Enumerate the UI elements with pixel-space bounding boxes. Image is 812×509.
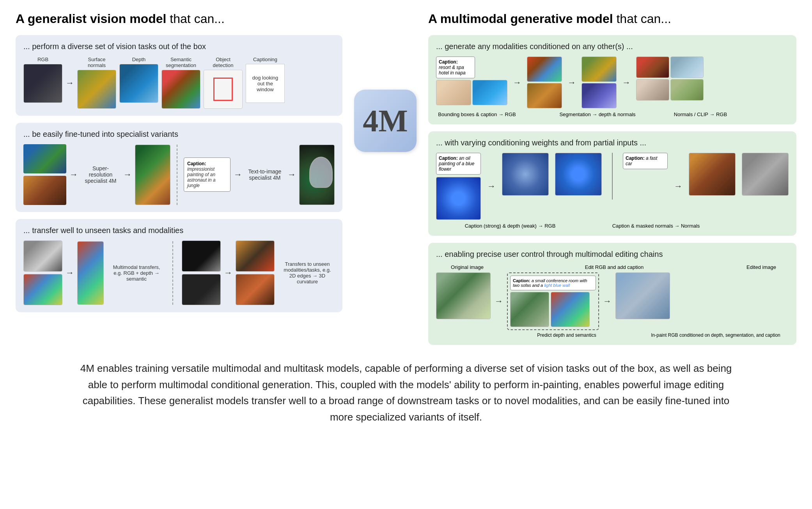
panel1-subtitle: ... perform a diverse set of vision task… [23, 42, 335, 51]
hotel-caption-label: Caption: [439, 59, 472, 65]
rgb-out-2 [670, 57, 704, 78]
arrow-r1-2: → [567, 78, 576, 88]
arrow-tr-1: → [66, 268, 74, 278]
transfer-curvature-pair [236, 240, 275, 305]
dashed-divider-1 [177, 145, 177, 205]
panel-r1-subtitle: ... generate any modalities conditioned … [436, 42, 789, 51]
transfer-edges-pair [182, 240, 221, 305]
mod-label-1: Bounding boxes & caption → RGB [436, 111, 518, 117]
task-semantic-img [161, 70, 200, 109]
cond-label-1: Caption (strong) & depth (weak) → RGB [436, 223, 584, 229]
modalities-row: Caption: resort & spa hotel in napa → [436, 57, 789, 108]
edit-spacer [436, 332, 491, 338]
edit-label-edited: Edited image [734, 264, 789, 270]
edit-dashed-group: Caption: a small conference room with tw… [507, 272, 599, 330]
edit-label-edit: Edit RGB and add caption [498, 264, 731, 270]
transfer-img-bottom [23, 274, 62, 305]
hotel-img-pair [436, 80, 507, 105]
edit-caption-label: Caption: [513, 278, 530, 283]
transfer-label-1: Multimodal transfers, e.g. RGB + depth →… [109, 264, 164, 282]
task-rgb-label: RGB [37, 57, 48, 62]
task-detection-img [204, 70, 243, 109]
cond-caption1-label: Caption: [439, 156, 458, 161]
transfer-input-pair [23, 240, 62, 305]
top-section: A generalist vision model that can... ..… [16, 12, 796, 345]
edit-img-room [510, 292, 549, 327]
edit-bottom-labels: Predict depth and semantics In-paint RGB… [436, 332, 789, 338]
vision-tasks-row: RGB → Surface normals Depth Semantic seg… [23, 57, 335, 109]
seg-output-1 [527, 57, 562, 82]
rgb-out-row1 [636, 57, 704, 78]
panel-transfer: ... transfer well to unseen tasks and mo… [16, 219, 342, 312]
caption-ft-text: impressionist painting of an astronaut i… [187, 166, 227, 188]
bottom-paragraph: 4M enables training versatile multimodal… [55, 353, 757, 433]
arrow-1: → [66, 78, 74, 88]
rgb-out-4 [670, 79, 704, 101]
rgb-out-1 [636, 57, 669, 78]
transfer-edges-top [182, 240, 221, 272]
task-rgb-img [23, 64, 62, 103]
arrow-r1-1: → [513, 78, 521, 88]
task-depth-label: Depth [132, 57, 146, 62]
specialist-t2i: Text-to-image specialist 4M [245, 168, 284, 181]
panel-right-editing: ... enabling precise user control throug… [428, 243, 796, 345]
finetune-img-top [23, 144, 66, 173]
modality-labels-row: Bounding boxes & caption → RGB Segmentat… [436, 111, 789, 117]
hotel-caption-text: resort & spa hotel in napa [439, 65, 472, 76]
cond-rgb-output2 [555, 153, 602, 196]
cond-caption2-group: Caption: a fast car [623, 153, 668, 169]
hotel-img-1 [436, 80, 471, 105]
task-depth: Depth [119, 57, 158, 103]
specialist-sr: Super-resolution specialist 4M [81, 165, 120, 184]
right-title-rest: that can... [613, 12, 671, 26]
input-img-pair [23, 144, 66, 205]
arrow-r2-2: → [674, 181, 683, 191]
dashed-divider-2 [172, 241, 173, 305]
transfer-row: → Multimodal transfers, e.g. RGB + depth… [23, 240, 335, 305]
arrow-ft-3: → [234, 170, 242, 180]
finetune-img-bottom [23, 176, 66, 205]
panel-right-generate: ... generate any modalities conditioned … [428, 35, 796, 124]
panel3-subtitle: ... transfer well to unseen tasks and mo… [23, 226, 335, 235]
arrow-ft-4: → [287, 170, 296, 180]
panel-right-conditioning: ... with varying conditioning weights an… [428, 131, 796, 236]
arrow-tr-2: → [224, 268, 232, 278]
hotel-input-group: Caption: resort & spa hotel in napa [436, 57, 507, 105]
task-detection: Object detection [204, 57, 243, 109]
finetune-row: → Super-resolution specialist 4M → Capti… [23, 144, 335, 205]
rgb-out-group [636, 57, 704, 101]
task-captioning: Captioning dog looking out the window [246, 57, 285, 103]
cond-depth-img [436, 177, 481, 220]
task-detection-label: Object detection [207, 57, 239, 68]
normals-output-pair [582, 57, 617, 108]
right-title: A multimodal generative model that can..… [428, 12, 796, 26]
edit-inpaint-label: In-paint RGB conditioned on depth, segme… [643, 332, 789, 338]
panel-r2-subtitle: ... with varying conditioning weights an… [436, 138, 789, 147]
task-rgb: RGB [23, 57, 62, 103]
arrow-edit-2: → [603, 296, 612, 306]
panel2-subtitle: ... be easily fine-tuned into specialist… [23, 130, 335, 139]
arrow-r1-3: → [622, 78, 631, 88]
edit-result-img [615, 272, 670, 319]
right-title-bold: A multimodal generative model [428, 12, 613, 26]
transfer-curv-bottom [236, 274, 275, 305]
editing-row: → Caption: a small conference room with … [436, 272, 789, 330]
finetune-large-img [135, 145, 170, 205]
cond-car-normals [742, 153, 789, 196]
task-semantic: Semantic segmentation [161, 57, 200, 109]
transfer-edges-bottom [182, 274, 221, 305]
rgb-out-3 [636, 79, 669, 101]
cond-labels-row: Caption (strong) & depth (weak) → RGB Ca… [436, 223, 789, 229]
mod-label-3: Normals / CLIP → RGB [665, 111, 736, 117]
task-captioning-label: Captioning [253, 57, 277, 62]
edit-caption-color: light blue wall [544, 283, 570, 288]
transfer-semantic-img [77, 241, 104, 305]
seg-output-2 [527, 83, 562, 108]
rgb-out-row2 [636, 79, 704, 101]
transfer-label-2: Transfers to unseen modalities/tasks, e.… [280, 261, 335, 285]
left-title: A generalist vision model that can... [16, 12, 342, 26]
hotel-caption-box: Caption: resort & spa hotel in napa [436, 57, 475, 78]
seg-output-pair [527, 57, 562, 108]
arrow-ft-2: → [123, 170, 132, 180]
edit-caption-box: Caption: a small conference room with tw… [510, 276, 596, 290]
